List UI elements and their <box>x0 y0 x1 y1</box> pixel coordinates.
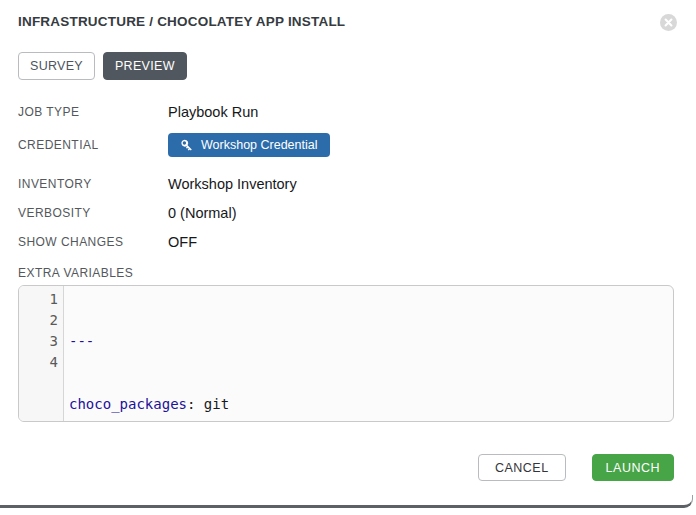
extra-variables-label: EXTRA VARIABLES <box>18 266 674 280</box>
page-bottom-edge <box>0 495 693 508</box>
code-line: choco_packages: git <box>69 394 673 415</box>
credential-badge[interactable]: Workshop Credential <box>168 133 330 157</box>
modal-footer: CANCEL LAUNCH <box>478 454 674 481</box>
page-title: INFRASTRUCTURE / CHOCOLATEY APP INSTALL <box>18 13 345 31</box>
field-label: JOB TYPE <box>18 105 168 119</box>
field-credential: CREDENTIAL Workshop Credential <box>18 133 674 157</box>
line-number: 1 <box>19 289 58 310</box>
field-label: VERBOSITY <box>18 206 168 220</box>
field-label: INVENTORY <box>18 177 168 191</box>
field-value: Playbook Run <box>168 104 258 120</box>
extra-variables-section: EXTRA VARIABLES 1 2 3 4 --- choco_packag… <box>18 266 674 422</box>
job-launch-preview-modal: INFRASTRUCTURE / CHOCOLATEY APP INSTALL … <box>0 0 696 515</box>
extra-variables-editor[interactable]: 1 2 3 4 --- choco_packages: git app_stat… <box>18 285 674 422</box>
line-number: 3 <box>19 331 58 352</box>
field-label: CREDENTIAL <box>18 138 168 152</box>
credential-badge-label: Workshop Credential <box>201 138 318 152</box>
field-job-type: JOB TYPE Playbook Run <box>18 103 674 121</box>
field-value: Workshop Inventory <box>168 176 297 192</box>
field-verbosity: VERBOSITY 0 (Normal) <box>18 204 674 222</box>
editor-code-area[interactable]: --- choco_packages: git app_state: prese… <box>64 286 673 421</box>
code-line: --- <box>69 331 673 352</box>
tab-bar: SURVEY PREVIEW <box>18 52 674 80</box>
editor-line-numbers: 1 2 3 4 <box>19 286 64 421</box>
key-icon <box>180 139 193 152</box>
field-label: SHOW CHANGES <box>18 235 168 249</box>
tab-preview[interactable]: PREVIEW <box>103 52 187 80</box>
tab-survey[interactable]: SURVEY <box>18 52 95 80</box>
job-details: JOB TYPE Playbook Run CREDENTIAL Worksho… <box>18 103 674 251</box>
field-value: OFF <box>168 234 197 250</box>
field-show-changes: SHOW CHANGES OFF <box>18 233 674 251</box>
launch-button[interactable]: LAUNCH <box>592 454 674 481</box>
cancel-button[interactable]: CANCEL <box>478 454 566 481</box>
field-inventory: INVENTORY Workshop Inventory <box>18 175 674 193</box>
close-icon[interactable] <box>660 14 677 31</box>
line-number: 2 <box>19 310 58 331</box>
line-number: 4 <box>19 352 58 373</box>
modal-header: INFRASTRUCTURE / CHOCOLATEY APP INSTALL <box>18 13 674 31</box>
field-value: 0 (Normal) <box>168 205 236 221</box>
